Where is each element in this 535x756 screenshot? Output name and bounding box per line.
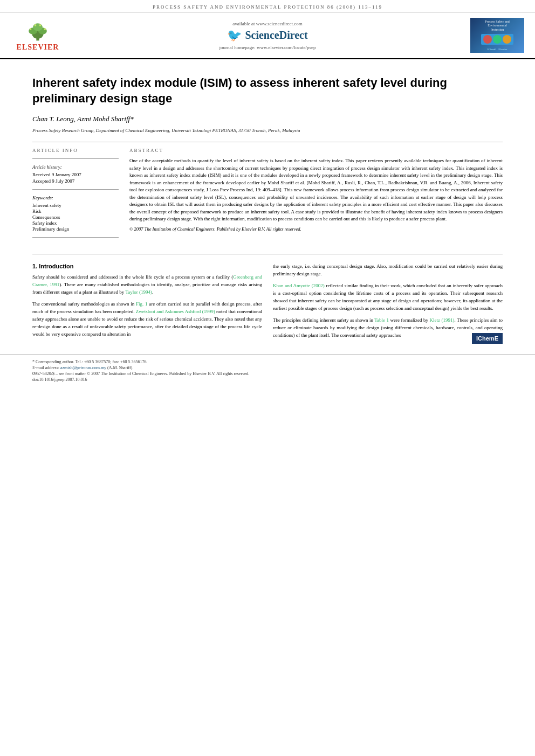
divider-top [32, 142, 503, 142]
journal-homepage: journal homepage: www.elsevier.com/locat… [65, 45, 470, 50]
authors: Chan T. Leong, Azmi Mohd Shariff* [32, 115, 503, 123]
section-title-text: Introduction [39, 263, 73, 269]
elsevier-text: ELSEVIER [17, 43, 59, 52]
main-content: Inherent safety index module (ISIM) to a… [0, 59, 535, 355]
ichemE-logo-container: IChemE [472, 333, 503, 344]
journal-cover: Process Safety andEnvironmentalProtectio… [470, 18, 524, 53]
publisher-banner: ELSEVIER available at www.sciencedirect.… [0, 12, 535, 59]
sd-logo: 🐦 ScienceDirect [227, 29, 307, 43]
keyword-5: Preliminary design [32, 226, 119, 232]
available-text: available at www.sciencedirect.com [65, 21, 470, 26]
body-para-5: The principles defining inherent safety … [273, 317, 503, 339]
keywords-list: Inherent safety Risk Consequences Safety… [32, 203, 119, 232]
article-info-title: ARTICLE INFO [32, 148, 119, 153]
ref-link-table1[interactable]: Table 1 [374, 317, 389, 323]
ichemE-logo: IChemE [472, 333, 503, 344]
footer-email-link[interactable]: azmish@petronas.com.my [60, 365, 106, 370]
body-col-left: 1. Introduction Safety should be conside… [32, 263, 262, 343]
svg-point-7 [35, 24, 37, 26]
sciencedirect-center: available at www.sciencedirect.com 🐦 Sci… [65, 21, 470, 50]
accepted-date: Accepted 9 July 2007 [32, 178, 119, 184]
section-num: 1. [32, 263, 37, 269]
section-heading: 1. Introduction [32, 263, 262, 269]
received-date: Received 9 January 2007 [32, 172, 119, 177]
sd-bird-icon: 🐦 [227, 29, 242, 43]
ref-link-greenberg[interactable]: Greenberg and Cramer, 1991 [32, 274, 262, 287]
svg-point-10 [493, 35, 502, 44]
article-title: Inherent safety index module (ISIM) to a… [32, 75, 503, 106]
ref-link-zwetsloot[interactable]: Zwetsloot and Askounes Ashford (1999) [136, 309, 215, 314]
cover-title: Process Safety andEnvironmentalProtectio… [485, 20, 509, 32]
info-divider2 [32, 189, 119, 190]
svg-point-9 [483, 35, 492, 44]
keyword-1: Inherent safety [32, 203, 119, 208]
footer-area: * Corresponding author. Tel.: +60 5 3687… [0, 355, 535, 385]
abstract-text: One of the acceptable methods to quantif… [129, 157, 503, 223]
body-para-4: Khan and Amyotte (2002) reflected simila… [273, 282, 503, 313]
body-para-1: Safety should be considered and addresse… [32, 274, 262, 296]
footer-email-label: E-mail address: [32, 365, 59, 370]
footer-issn: 0957-5820/$ – see front matter © 2007 Th… [32, 371, 503, 376]
cover-badges: IChemE Elsevier [487, 47, 507, 51]
svg-point-4 [33, 23, 43, 31]
sd-name: ScienceDirect [245, 29, 307, 41]
ref-link-khan[interactable]: Khan and Amyotte (2002) [273, 283, 325, 288]
elsevier-logo: ELSEVIER [11, 19, 65, 52]
svg-point-6 [44, 28, 46, 30]
footer-email: E-mail address: azmish@petronas.com.my (… [32, 365, 503, 370]
body-text-left: Safety should be considered and addresse… [32, 274, 262, 338]
abstract-section: ABSTRACT One of the acceptable methods t… [129, 148, 503, 243]
info-divider1 [32, 158, 119, 159]
body-text-right: the early stage, i.e. during conceptual … [273, 263, 503, 339]
ref-link-kletz[interactable]: Kletz (1991) [430, 317, 455, 323]
footer-corresponding: * Corresponding author. Tel.: +60 5 3687… [32, 359, 503, 364]
svg-point-8 [39, 24, 42, 26]
body-para-3: the early stage, i.e. during conceptual … [273, 263, 503, 278]
abstract-title: ABSTRACT [129, 148, 503, 153]
article-meta-row: ARTICLE INFO Article history: Received 9… [32, 148, 503, 243]
body-col-right: the early stage, i.e. during conceptual … [273, 263, 503, 343]
svg-point-5 [30, 28, 32, 30]
journal-header: PROCESS SAFETY AND ENVIRONMENTAL PROTECT… [0, 0, 535, 12]
history-label: Article history: [32, 164, 119, 170]
keywords-label: Keywords: [32, 195, 119, 200]
footer-email-suffix: (A.M. Shariff). [107, 365, 133, 370]
article-info: ARTICLE INFO Article history: Received 9… [32, 148, 119, 243]
ref-link-taylor[interactable]: Taylor (1994) [125, 289, 152, 295]
affiliation: Process Safety Research Group, Departmen… [32, 128, 503, 133]
body-para-2: The conventional safety methodologies as… [32, 301, 262, 338]
info-divider3 [32, 237, 119, 238]
body-content: 1. Introduction Safety should be conside… [32, 254, 503, 343]
keyword-4: Safety index [32, 220, 119, 226]
keyword-2: Risk [32, 209, 119, 214]
keyword-3: Consequences [32, 214, 119, 220]
svg-point-11 [503, 35, 511, 44]
ref-link-fig1[interactable]: Fig. 1 [136, 301, 147, 307]
footer-doi: doi:10.1016/j.psep.2007.10.016 [32, 377, 503, 382]
copyright-text: © 2007 The Institution of Chemical Engin… [129, 226, 503, 232]
